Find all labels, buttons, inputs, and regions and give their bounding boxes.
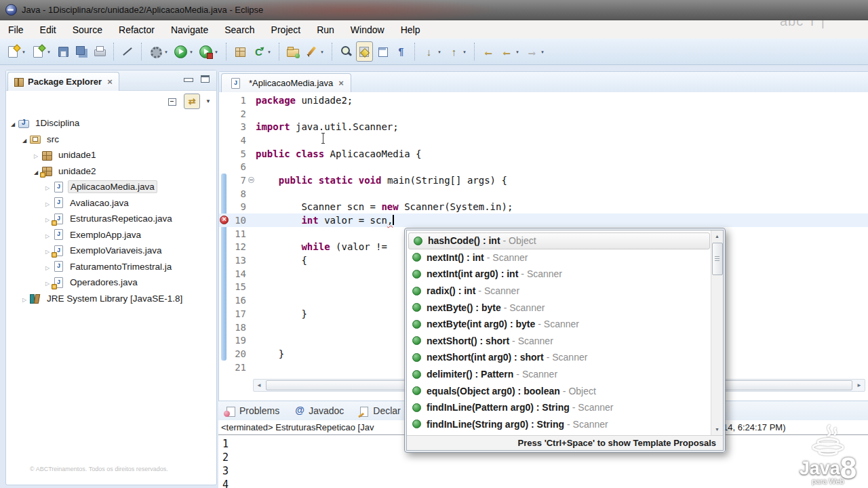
proposal-item[interactable]: findInLine(String arg0) : String- Scanne… [408, 416, 711, 433]
save-button[interactable] [55, 42, 72, 61]
tab-declar[interactable]: Declar [359, 405, 400, 416]
link-with-editor-button[interactable]: ⇄ [184, 94, 200, 109]
editor-tab-close-icon[interactable]: × [338, 78, 344, 88]
tree-item[interactable]: Avaliacao.java [6, 195, 216, 211]
scroll-up-arrow-icon[interactable] [711, 231, 723, 241]
previous-annotation-button[interactable]: ↑ [446, 42, 469, 61]
package-explorer-tab[interactable]: Package Explorer × [7, 72, 119, 91]
tab-problems[interactable]: Problems [225, 405, 279, 416]
code-line[interactable]: 4 [219, 134, 868, 147]
externalize-strings-dropdown-icon[interactable] [319, 45, 326, 58]
show-selected-element-button[interactable] [374, 42, 391, 61]
proposal-item[interactable]: nextByte(int arg0) : byte- Scanner [408, 316, 711, 333]
expand-arrow-icon[interactable] [43, 214, 52, 224]
menu-run[interactable]: Run [309, 20, 342, 39]
new-java-element-button[interactable] [30, 42, 54, 61]
code-line[interactable]: 5public class AplicacaoMedia { [219, 147, 868, 161]
new-java-project-button[interactable] [232, 42, 249, 61]
view-menu-button[interactable]: ▼ [205, 98, 211, 104]
proposal-item[interactable]: equals(Object arg0) : boolean- Object [408, 382, 711, 399]
proposal-item[interactable]: hashCode() : int- Object [408, 232, 710, 249]
tree-item[interactable]: unidade2 [6, 163, 216, 180]
proposal-item[interactable]: nextShort() : short- Scanner [408, 333, 711, 350]
refresh-dropdown-icon[interactable] [266, 45, 273, 58]
proposal-item[interactable]: nextInt() : int- Scanner [408, 249, 711, 266]
previous-annotation-dropdown-icon[interactable] [461, 45, 468, 58]
expand-arrow-icon[interactable] [43, 182, 52, 192]
minimize-view-button[interactable] [184, 75, 193, 83]
maximize-view-button[interactable] [201, 75, 210, 83]
collapse-arrow-icon[interactable] [20, 134, 28, 144]
proposal-item[interactable]: nextInt(int arg0) : int- Scanner [408, 266, 711, 283]
tree-item[interactable]: src [6, 131, 216, 148]
collapse-arrow-icon[interactable] [32, 166, 40, 176]
tree-item[interactable]: ExemploApp.java [6, 227, 216, 243]
code-line[interactable]: 10 int valor = scn, [219, 214, 868, 227]
fold-collapse-icon[interactable] [248, 174, 256, 187]
tab-javadoc[interactable]: Javadoc [294, 405, 344, 416]
menu-file[interactable]: File [0, 20, 32, 39]
proposal-item[interactable]: delimiter() : Pattern- Scanner [408, 366, 711, 383]
run-dropdown-icon[interactable] [188, 45, 195, 58]
code-line[interactable]: 2 [219, 107, 868, 121]
tree-item[interactable]: FaturamentoTrimestral.ja [6, 259, 216, 275]
menu-search[interactable]: Search [216, 20, 262, 39]
tree-item[interactable]: 1Disciplina [6, 115, 216, 131]
external-tools-dropdown-icon[interactable] [163, 45, 170, 58]
expand-arrow-icon[interactable] [43, 230, 52, 240]
run-last-launched-button[interactable] [197, 42, 221, 61]
proposal-item[interactable]: nextShort(int arg0) : short- Scanner [408, 349, 711, 366]
back-history-dropdown-icon[interactable] [514, 45, 521, 58]
new-wizard-dropdown-icon[interactable] [20, 45, 27, 58]
save-all-button[interactable] [73, 42, 90, 61]
last-edit-location-button[interactable]: ← [480, 42, 497, 61]
proposal-item[interactable]: findInLine(Pattern arg0) : String- Scann… [408, 399, 711, 416]
forward-history-dropdown-icon[interactable] [539, 45, 546, 58]
menu-window[interactable]: Window [342, 20, 393, 39]
externalize-strings-button[interactable] [303, 42, 327, 61]
menu-project[interactable]: Project [263, 20, 309, 39]
scroll-right-arrow-icon[interactable] [854, 380, 865, 391]
code-line[interactable]: 9 Scanner scn = new Scanner(System.in); [219, 201, 868, 214]
tree-item[interactable]: unidade1 [6, 147, 216, 163]
mark-occurrences-button[interactable] [356, 41, 373, 62]
skip-all-breakpoints-button[interactable] [119, 42, 136, 61]
show-whitespace-button[interactable]: ¶ [393, 42, 410, 61]
print-button[interactable] [92, 42, 108, 61]
expand-arrow-icon[interactable] [20, 293, 28, 304]
next-annotation-button[interactable]: ↓ [420, 42, 444, 61]
menu-refactor[interactable]: Refactor [111, 20, 163, 39]
tree-item[interactable]: AplicacaoMedia.java [6, 179, 216, 195]
expand-arrow-icon[interactable] [43, 198, 52, 208]
proposal-item[interactable]: radix() : int- Scanner [408, 283, 711, 300]
next-annotation-dropdown-icon[interactable] [436, 45, 443, 58]
code-line[interactable]: 7 public static void main(String[] args)… [219, 174, 868, 187]
run-button[interactable] [172, 42, 196, 61]
refresh-button[interactable]: C [250, 42, 274, 61]
new-java-element-dropdown-icon[interactable] [45, 45, 52, 58]
scroll-left-arrow-icon[interactable] [254, 380, 264, 391]
expand-arrow-icon[interactable] [43, 262, 52, 272]
collapse-all-button[interactable] [167, 96, 178, 106]
search-button[interactable] [338, 42, 355, 61]
tree-item[interactable]: JRE System Library [JavaSE-1.8] [6, 291, 216, 307]
expand-arrow-icon[interactable] [43, 245, 52, 256]
forward-history-button[interactable]: → [524, 42, 547, 61]
tree-item[interactable]: ExemploVariaveis.java [6, 243, 216, 259]
run-last-launched-dropdown-icon[interactable] [213, 45, 220, 58]
popup-scrollbar[interactable] [711, 230, 723, 435]
code-line[interactable]: 8 [219, 187, 868, 201]
menu-edit[interactable]: Edit [32, 20, 64, 39]
collapse-arrow-icon[interactable] [9, 118, 17, 128]
external-tools-button[interactable] [147, 42, 171, 61]
expand-arrow-icon[interactable] [32, 150, 40, 160]
scroll-down-arrow-icon[interactable] [711, 424, 723, 434]
close-icon[interactable]: × [107, 77, 113, 87]
popup-scrollbar-thumb[interactable] [712, 243, 723, 275]
proposal-item[interactable]: nextByte() : byte- Scanner [408, 299, 711, 316]
back-history-button[interactable]: ← [498, 42, 522, 61]
tree-item[interactable]: EstruturasRepeticao.java [6, 211, 216, 227]
new-wizard-button[interactable] [5, 42, 28, 61]
menu-help[interactable]: Help [393, 20, 429, 39]
editor-tab[interactable]: *AplicacaoMedia.java × [221, 73, 351, 92]
